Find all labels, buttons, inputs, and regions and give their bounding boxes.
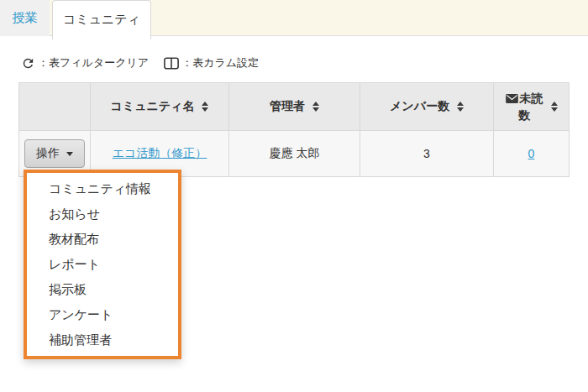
tab-class[interactable]: 授業 <box>0 0 50 36</box>
menu-item-bulletin-board[interactable]: 掲示板 <box>27 277 178 302</box>
tab-class-label: 授業 <box>13 10 38 26</box>
header-community-name[interactable]: コミュニティ名 <box>91 83 229 131</box>
filter-clear-label: ：表フィルタークリア <box>38 55 149 71</box>
refresh-icon[interactable] <box>21 56 35 71</box>
header-community-name-label: コミュニティ名 <box>111 99 195 114</box>
tab-bar: 授業 コミュニティ <box>0 0 588 36</box>
column-settings-label: ：表カラム設定 <box>181 55 259 71</box>
envelope-icon <box>506 92 518 106</box>
header-unread-count-label: 未読数 <box>505 91 543 123</box>
table-header-row: コミュニティ名 管理者 メンバー数 <box>19 83 570 131</box>
page: 授業 コミュニティ ：表フィルタークリア ：表カラム設定 <box>0 0 588 392</box>
sort-icon[interactable] <box>312 102 319 112</box>
table-columns-icon[interactable] <box>164 57 179 70</box>
header-member-count[interactable]: メンバー数 <box>360 83 494 131</box>
header-unread-count[interactable]: 未読数 <box>494 83 570 131</box>
cell-member-count: 3 <box>360 131 494 177</box>
menu-item-announcements[interactable]: お知らせ <box>27 201 178 227</box>
tab-community[interactable]: コミュニティ <box>52 0 151 39</box>
actions-dropdown-button[interactable]: 操作 <box>24 139 85 168</box>
header-manager[interactable]: 管理者 <box>229 83 360 131</box>
menu-item-community-info[interactable]: コミュニティ情報 <box>27 176 178 201</box>
cell-unread-count: 0 <box>494 131 570 177</box>
column-settings-group: ：表カラム設定 <box>164 55 259 71</box>
header-manager-label: 管理者 <box>270 99 305 114</box>
sort-icon[interactable] <box>551 102 558 112</box>
tab-community-label: コミュニティ <box>63 12 140 28</box>
filter-clear-group: ：表フィルタークリア <box>21 55 149 71</box>
actions-dropdown-menu: コミュニティ情報 お知らせ 教材配布 レポート 掲示板 アンケート 補助管理者 <box>24 170 181 359</box>
community-name-link[interactable]: エコ活動（修正） <box>113 146 207 159</box>
menu-item-sub-manager[interactable]: 補助管理者 <box>27 327 178 353</box>
menu-item-survey[interactable]: アンケート <box>27 302 178 327</box>
header-member-count-label: メンバー数 <box>390 99 449 114</box>
actions-dropdown-button-label: 操作 <box>36 146 60 161</box>
cell-manager: 慶應 太郎 <box>229 131 360 177</box>
unread-count-link[interactable]: 0 <box>528 147 535 160</box>
table-toolbar: ：表フィルタークリア ：表カラム設定 <box>21 53 259 73</box>
menu-item-material-distribution[interactable]: 教材配布 <box>27 227 178 252</box>
community-table: コミュニティ名 管理者 メンバー数 <box>18 82 570 177</box>
sort-icon[interactable] <box>457 102 464 112</box>
menu-item-report[interactable]: レポート <box>27 252 178 277</box>
header-actions <box>19 83 91 131</box>
sort-icon[interactable] <box>202 102 208 112</box>
caret-down-icon <box>66 152 73 156</box>
